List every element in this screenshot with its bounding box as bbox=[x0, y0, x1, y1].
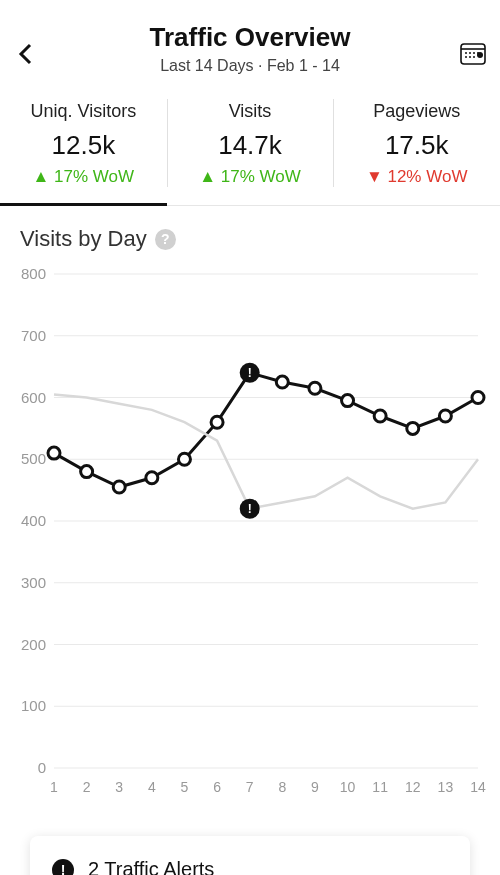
selected-tab-underline bbox=[0, 203, 167, 206]
metric-value: 12.5k bbox=[4, 130, 163, 161]
page-title: Traffic Overview bbox=[16, 22, 484, 53]
svg-text:400: 400 bbox=[21, 512, 46, 529]
svg-point-7 bbox=[469, 56, 471, 58]
svg-text:300: 300 bbox=[21, 574, 46, 591]
svg-point-51 bbox=[342, 395, 354, 407]
svg-point-4 bbox=[473, 52, 475, 54]
svg-text:0: 0 bbox=[38, 759, 46, 776]
metric-label: Pageviews bbox=[337, 101, 496, 122]
svg-text:12: 12 bbox=[405, 779, 421, 795]
svg-point-54 bbox=[439, 410, 451, 422]
metric-label: Uniq. Visitors bbox=[4, 101, 163, 122]
svg-text:11: 11 bbox=[372, 779, 388, 795]
calendar-icon[interactable] bbox=[458, 38, 488, 68]
svg-point-47 bbox=[211, 416, 223, 428]
svg-text:200: 200 bbox=[21, 636, 46, 653]
svg-point-9 bbox=[477, 52, 483, 58]
visits-by-day-chart: 0100200300400500600700800123456789101112… bbox=[14, 262, 486, 802]
svg-text:3: 3 bbox=[115, 779, 123, 795]
svg-point-50 bbox=[309, 382, 321, 394]
metric-tab-visits[interactable]: Visits 14.7k ▲ 17% WoW bbox=[167, 85, 334, 205]
svg-text:500: 500 bbox=[21, 450, 46, 467]
metric-value: 14.7k bbox=[171, 130, 330, 161]
traffic-alerts-card[interactable]: ! 2 Traffic Alerts bbox=[30, 836, 470, 875]
svg-text:600: 600 bbox=[21, 389, 46, 406]
svg-point-53 bbox=[407, 422, 419, 434]
svg-point-52 bbox=[374, 410, 386, 422]
svg-text:!: ! bbox=[248, 366, 252, 380]
svg-point-45 bbox=[146, 472, 158, 484]
svg-text:2: 2 bbox=[83, 779, 91, 795]
svg-text:6: 6 bbox=[213, 779, 221, 795]
svg-point-44 bbox=[113, 481, 125, 493]
metric-delta: ▲ 17% WoW bbox=[171, 167, 330, 187]
section-title: Visits by Day bbox=[20, 226, 147, 252]
svg-text:10: 10 bbox=[340, 779, 356, 795]
metric-value: 17.5k bbox=[337, 130, 496, 161]
metric-tab-pageviews[interactable]: Pageviews 17.5k ▼ 12% WoW bbox=[333, 85, 500, 205]
svg-text:700: 700 bbox=[21, 327, 46, 344]
metric-delta: ▼ 12% WoW bbox=[337, 167, 496, 187]
svg-point-43 bbox=[81, 466, 93, 478]
svg-text:7: 7 bbox=[246, 779, 254, 795]
svg-point-55 bbox=[472, 392, 484, 404]
svg-text:8: 8 bbox=[278, 779, 286, 795]
metrics-tabs: Uniq. Visitors 12.5k ▲ 17% WoW Visits 14… bbox=[0, 85, 500, 206]
svg-text:800: 800 bbox=[21, 265, 46, 282]
svg-point-2 bbox=[465, 52, 467, 54]
svg-text:5: 5 bbox=[181, 779, 189, 795]
svg-point-8 bbox=[473, 56, 475, 58]
metric-tab-uniq-visitors[interactable]: Uniq. Visitors 12.5k ▲ 17% WoW bbox=[0, 85, 167, 205]
metric-label: Visits bbox=[171, 101, 330, 122]
svg-text:13: 13 bbox=[438, 779, 454, 795]
svg-text:1: 1 bbox=[50, 779, 58, 795]
svg-text:!: ! bbox=[248, 502, 252, 516]
svg-text:4: 4 bbox=[148, 779, 156, 795]
svg-point-49 bbox=[276, 376, 288, 388]
svg-text:9: 9 bbox=[311, 779, 319, 795]
metric-delta: ▲ 17% WoW bbox=[4, 167, 163, 187]
page-subtitle: Last 14 Days · Feb 1 - 14 bbox=[16, 57, 484, 75]
help-icon[interactable]: ? bbox=[155, 229, 176, 250]
svg-point-46 bbox=[178, 453, 190, 465]
alert-icon: ! bbox=[52, 859, 74, 876]
back-button[interactable] bbox=[12, 40, 40, 68]
svg-text:100: 100 bbox=[21, 697, 46, 714]
alerts-text: 2 Traffic Alerts bbox=[88, 858, 214, 875]
svg-point-42 bbox=[48, 447, 60, 459]
svg-point-3 bbox=[469, 52, 471, 54]
svg-point-6 bbox=[465, 56, 467, 58]
svg-text:14: 14 bbox=[470, 779, 486, 795]
